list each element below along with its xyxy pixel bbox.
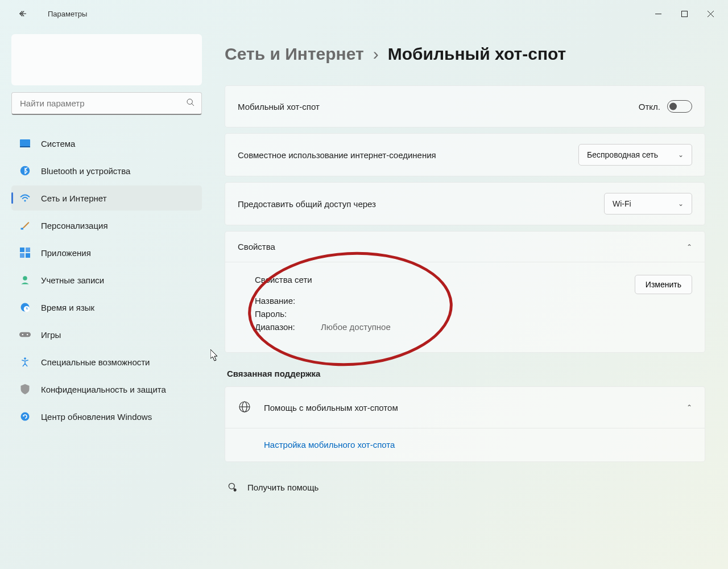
chevron-down-icon: ⌄: [678, 151, 684, 159]
gamepad-icon: [19, 329, 31, 340]
content: Сеть и Интернет › Мобильный хот-спот Моб…: [213, 27, 728, 569]
property-name-label: Название:: [255, 296, 305, 306]
nav-item-accounts[interactable]: Учетные записи: [11, 267, 202, 292]
maximize-icon: [681, 11, 688, 17]
nav-label: Персонализация: [41, 221, 108, 230]
search-icon: [186, 98, 195, 109]
maximize-button[interactable]: [671, 5, 697, 23]
apps-icon: [19, 247, 31, 258]
svg-rect-18: [19, 332, 31, 337]
arrow-left-icon: [18, 9, 28, 19]
svg-rect-13: [20, 253, 24, 258]
nav-item-system[interactable]: Система: [11, 131, 202, 156]
nav-label: Конфиденциальность и защита: [41, 385, 166, 394]
nav-item-windows-update[interactable]: Центр обновления Windows: [11, 404, 202, 429]
nav-item-apps[interactable]: Приложения: [11, 240, 202, 265]
get-help-link[interactable]: ? Получить помощь: [225, 476, 705, 498]
nav-item-gaming[interactable]: Игры: [11, 322, 202, 347]
sidebar: Система Bluetooth и устройства Сеть и Ин…: [0, 27, 213, 569]
help-expander[interactable]: Помощь с мобильным хот-спотом ⌃: [225, 387, 705, 428]
related-support-heading: Связанная поддержка: [227, 369, 705, 378]
titlebar: Параметры: [0, 0, 728, 27]
svg-rect-7: [20, 146, 30, 147]
nav-label: Время и язык: [41, 303, 94, 312]
svg-rect-14: [26, 253, 30, 258]
minimize-button[interactable]: [645, 5, 671, 23]
nav-item-personalization[interactable]: Персонализация: [11, 213, 202, 238]
svg-point-19: [22, 334, 24, 336]
minimize-icon: [655, 11, 661, 17]
nav-item-bluetooth[interactable]: Bluetooth и устройства: [11, 158, 202, 183]
share-over-card: Предоставить общий доступ через Wi-Fi ⌄: [225, 182, 705, 225]
svg-point-20: [27, 334, 28, 336]
network-properties-heading: Свойства сети: [255, 275, 391, 284]
cursor-icon: [213, 349, 220, 362]
property-row-band: Диапазон: Любое доступное: [255, 322, 391, 332]
hotspot-toggle-card: Мобильный хот-спот Откл.: [225, 85, 705, 127]
user-account-block[interactable]: [11, 34, 202, 85]
person-icon: [19, 274, 31, 286]
svg-point-4: [187, 99, 192, 104]
property-band-label: Диапазон:: [255, 322, 305, 332]
globe-clock-icon: [19, 302, 31, 313]
nav-list: Система Bluetooth и устройства Сеть и Ин…: [11, 131, 202, 431]
paintbrush-icon: [19, 220, 31, 231]
get-help-label: Получить помощь: [247, 483, 318, 492]
svg-rect-10: [21, 228, 24, 230]
svg-line-5: [192, 104, 194, 106]
hotspot-toggle-state: Откл.: [639, 102, 660, 112]
nav-label: Центр обновления Windows: [41, 412, 152, 422]
property-row-password: Пароль:: [255, 309, 391, 319]
properties-body: Свойства сети Название: Пароль: Диапазон…: [225, 262, 705, 352]
nav-item-time-language[interactable]: Время и язык: [11, 295, 202, 320]
svg-point-15: [23, 276, 27, 281]
share-from-card: Совместное использование интернет-соедин…: [225, 133, 705, 176]
properties-card: Свойства ⌃ Свойства сети Название: Парол…: [225, 231, 705, 353]
svg-rect-6: [20, 139, 30, 146]
nav-label: Система: [41, 139, 75, 149]
share-from-dropdown[interactable]: Беспроводная сеть ⌄: [578, 144, 692, 166]
share-over-label: Предоставить общий доступ через: [238, 199, 376, 209]
properties-header: Свойства: [238, 242, 275, 251]
page-title: Мобильный хот-спот: [388, 44, 566, 64]
property-band-value: Любое доступное: [321, 322, 391, 332]
nav-label: Bluetooth и устройства: [41, 166, 130, 176]
nav-item-network[interactable]: Сеть и Интернет: [11, 185, 202, 211]
help-link[interactable]: Настройка мобильного хот-спота: [264, 440, 395, 450]
window-title: Параметры: [48, 10, 87, 18]
shield-icon: [19, 384, 31, 395]
hotspot-toggle[interactable]: [667, 100, 692, 113]
breadcrumb-parent[interactable]: Сеть и Интернет: [225, 44, 364, 64]
update-icon: [19, 411, 31, 422]
share-over-dropdown[interactable]: Wi-Fi ⌄: [604, 193, 692, 215]
back-button[interactable]: [11, 2, 34, 25]
edit-button[interactable]: Изменить: [635, 275, 692, 294]
nav-label: Игры: [41, 330, 61, 340]
globe-icon: [238, 400, 253, 415]
breadcrumb: Сеть и Интернет › Мобильный хот-спот: [225, 44, 705, 64]
property-row-name: Название:: [255, 296, 391, 306]
wifi-icon: [19, 192, 31, 204]
system-icon: [19, 138, 31, 149]
svg-rect-11: [20, 248, 24, 252]
nav-label: Сеть и Интернет: [41, 193, 107, 203]
nav-label: Специальные возможности: [41, 357, 150, 367]
accessibility-icon: [19, 356, 31, 368]
help-link-row: Настройка мобильного хот-спота: [225, 428, 705, 461]
search-wrap: [11, 92, 202, 115]
close-icon: [708, 11, 714, 17]
nav-item-accessibility[interactable]: Специальные возможности: [11, 349, 202, 374]
svg-point-22: [21, 413, 30, 421]
nav-item-privacy[interactable]: Конфиденциальность и защита: [11, 377, 202, 402]
chevron-right-icon: ›: [373, 44, 379, 64]
property-password-label: Пароль:: [255, 309, 305, 319]
bluetooth-icon: [19, 165, 31, 176]
search-input[interactable]: [11, 92, 202, 115]
properties-expander[interactable]: Свойства ⌃: [225, 232, 705, 262]
svg-rect-0: [655, 14, 661, 14]
share-from-label: Совместное использование интернет-соедин…: [238, 150, 436, 160]
close-button[interactable]: [697, 5, 723, 23]
dropdown-value: Wi-Fi: [613, 199, 631, 208]
svg-point-9: [24, 200, 26, 201]
chevron-up-icon: ⌃: [686, 403, 692, 411]
